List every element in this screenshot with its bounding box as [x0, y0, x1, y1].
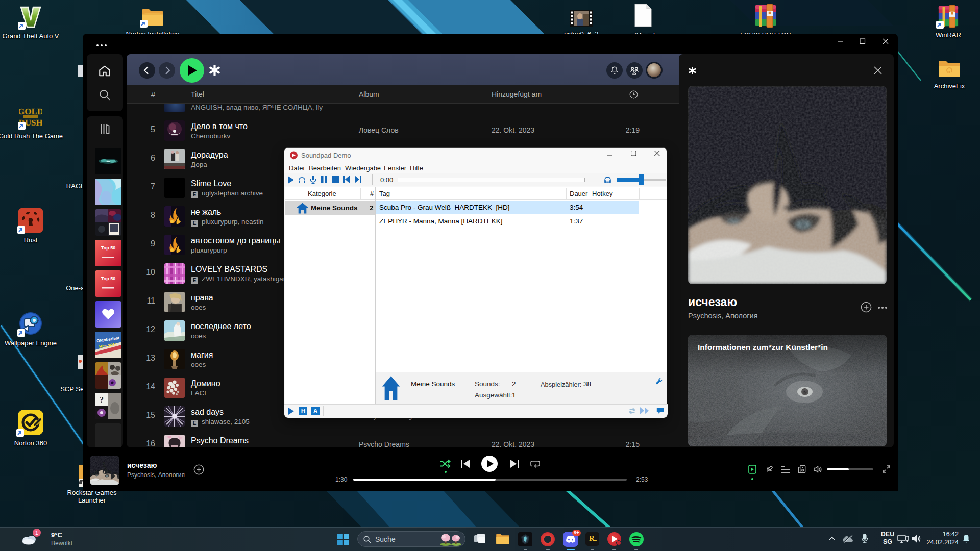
svg-text:Top 50: Top 50: [101, 245, 115, 251]
svg-text:Top 50: Top 50: [101, 276, 115, 281]
svg-text:GOLD: GOLD: [19, 107, 42, 116]
svg-text:?: ?: [100, 395, 104, 404]
